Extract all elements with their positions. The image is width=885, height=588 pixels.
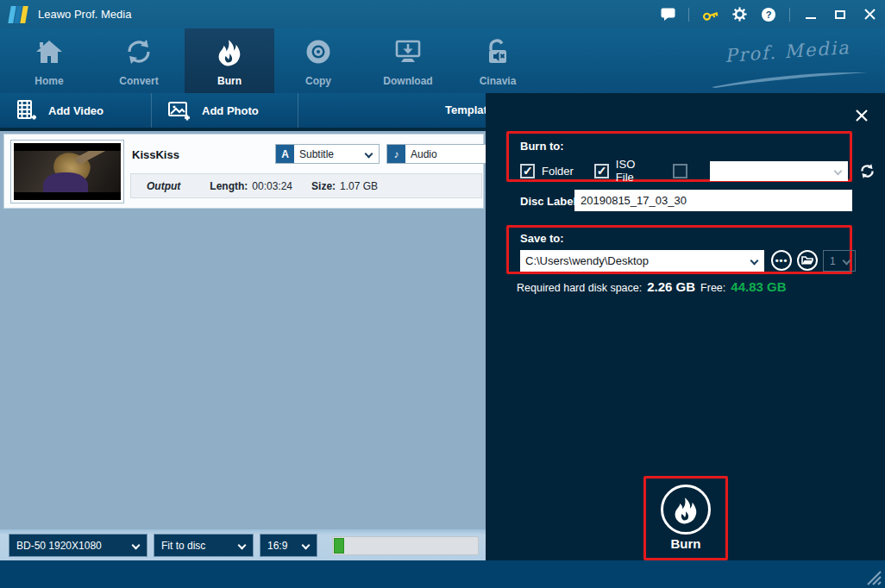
copies-dropdown[interactable]: 1 (823, 250, 856, 272)
subtitle-a-icon: A (276, 145, 294, 163)
copies-value: 1 (824, 255, 844, 267)
minimize-button[interactable] (802, 6, 819, 23)
disc-type-value: BD-50 1920X1080 (9, 540, 133, 552)
register-key-icon[interactable] (701, 6, 719, 23)
output-label: Output (147, 180, 180, 192)
length-label: Length: (210, 180, 248, 192)
browse-ellipsis-button[interactable]: ••• (771, 250, 792, 271)
close-button[interactable] (861, 6, 878, 23)
app-window: Leawo Prof. Media ? (0, 0, 885, 588)
chevron-down-icon (302, 541, 311, 550)
burn-option-label: ISO File (616, 158, 652, 184)
tab-cinavia[interactable]: Cinavia (453, 28, 543, 93)
free-space-label: Free: (700, 282, 725, 294)
tab-label: Cinavia (480, 75, 517, 87)
burn-button-flame-icon (661, 485, 711, 535)
open-folder-button[interactable] (797, 250, 818, 271)
disc-capacity-bar (332, 536, 479, 555)
burn-option-checkbox[interactable] (594, 164, 609, 178)
add-photo-button[interactable]: Add Photo (152, 93, 298, 128)
fit-mode-value: Fit to disc (154, 540, 239, 552)
leawo-logo-icon (9, 6, 30, 23)
audio-note-icon: ♪ (387, 145, 405, 163)
feedback-icon[interactable] (659, 6, 676, 23)
brand-script-text: Prof. Media (725, 37, 851, 66)
save-to-group: Save to: C:\Users\wendy\Desktop ••• 1 (506, 225, 852, 274)
chevron-down-icon (750, 257, 759, 266)
chevron-down-icon (834, 166, 843, 175)
home-icon (35, 28, 64, 75)
download-icon (394, 28, 422, 75)
cinavia-lock-icon (486, 28, 510, 75)
bottom-settings-bar: BD-50 1920X1080 Fit to disc 16:9 (0, 529, 486, 560)
panel-close-icon[interactable] (855, 109, 870, 124)
required-space-value: 2.26 GB (647, 279, 695, 294)
progress-fill (334, 538, 344, 554)
disk-space-info: Required hard disk space: 2.26 GB Free: … (517, 279, 792, 294)
photo-plus-icon (167, 100, 190, 121)
free-space-value: 44.83 GB (731, 279, 786, 294)
save-to-label: Save to: (520, 232, 564, 245)
burn-flame-icon (215, 28, 244, 75)
status-strip (0, 560, 885, 588)
subtitle-dropdown[interactable]: A Subtitle (275, 144, 380, 164)
disc-label-input[interactable] (574, 190, 852, 211)
tab-label: Burn (217, 75, 242, 87)
disc-type-dropdown[interactable]: BD-50 1920X1080 (9, 534, 148, 557)
titlebar: Leawo Prof. Media ? (0, 0, 885, 28)
burn-settings-panel: Burn to: Folder ISO File Disc Label: Sav… (486, 93, 885, 560)
chevron-down-icon (238, 541, 247, 550)
toolbar-divider (298, 93, 298, 128)
titlebar-divider (789, 8, 790, 22)
output-info-bar: Output Length: 00:03:24 Size: 1.07 GB (130, 173, 482, 198)
burn-option-checkbox[interactable] (520, 164, 535, 178)
maximize-button[interactable] (832, 6, 849, 23)
window-title: Leawo Prof. Media (38, 8, 131, 21)
tab-burn[interactable]: Burn (185, 28, 274, 93)
tab-copy[interactable]: Copy (273, 28, 363, 93)
disc-copy-icon (304, 28, 332, 75)
add-video-button[interactable]: Add Video (0, 93, 151, 128)
video-title: KissKiss (132, 148, 179, 161)
video-list-item[interactable]: KissKiss A Subtitle ♪ Audio Output Lengt… (3, 134, 484, 209)
burn-to-label: Burn to: (520, 140, 564, 153)
help-icon[interactable]: ? (760, 6, 777, 23)
brand-swoosh (710, 70, 869, 89)
burn-option-label: Folder (542, 165, 574, 178)
settings-gear-icon[interactable] (731, 6, 748, 23)
add-photo-label: Add Photo (202, 104, 259, 117)
video-thumbnail (11, 141, 123, 203)
convert-icon (125, 28, 153, 75)
burn-option-checkbox[interactable] (673, 164, 687, 178)
resize-grip[interactable] (863, 566, 882, 585)
chevron-down-icon (365, 150, 373, 159)
burn-button[interactable]: Burn (643, 476, 728, 560)
fit-mode-dropdown[interactable]: Fit to disc (154, 534, 254, 557)
burn-button-label: Burn (646, 536, 725, 551)
tab-download[interactable]: Download (363, 28, 453, 93)
length-value: 00:03:24 (252, 180, 292, 192)
tab-home[interactable]: Home (4, 28, 94, 93)
main-nav: Home Convert Burn Copy Download (0, 28, 885, 93)
disc-label-row: Disc Label: (506, 190, 852, 213)
save-path-value: C:\Users\wendy\Desktop (520, 254, 751, 267)
save-path-dropdown[interactable]: C:\Users\wendy\Desktop (520, 250, 764, 272)
chevron-down-icon (843, 257, 851, 266)
size-value: 1.07 GB (340, 180, 378, 192)
tab-label: Download (383, 75, 432, 87)
tab-label: Copy (305, 75, 331, 87)
tab-convert[interactable]: Convert (94, 28, 184, 93)
subtitle-dropdown-value: Subtitle (294, 148, 366, 160)
add-video-label: Add Video (48, 104, 104, 117)
aspect-ratio-value: 16:9 (260, 540, 303, 552)
required-space-label: Required hard disk space: (517, 282, 642, 294)
aspect-ratio-dropdown[interactable]: 16:9 (260, 534, 317, 557)
refresh-drives-icon[interactable] (859, 163, 876, 179)
tab-label: Convert (119, 75, 158, 87)
burner-drive-dropdown[interactable] (710, 161, 849, 181)
brand-script: Prof. Media (671, 37, 869, 89)
disc-label-label: Disc Label: (520, 195, 580, 208)
titlebar-divider (688, 8, 689, 22)
film-plus-icon (16, 99, 36, 122)
size-label: Size: (311, 180, 336, 192)
